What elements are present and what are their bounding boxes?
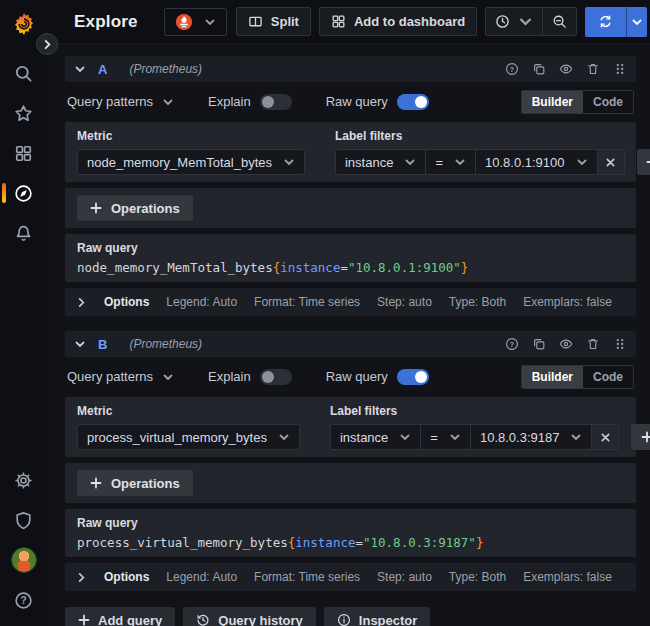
sidebar-item-search[interactable] (0, 53, 47, 93)
sidebar-item-profile[interactable] (0, 540, 47, 580)
duplicate-query-icon[interactable] (532, 337, 546, 351)
operations-button[interactable]: Operations (77, 195, 193, 221)
sidebar: ? (0, 0, 47, 626)
plus-icon (90, 202, 102, 214)
raw-query-label: Raw query (326, 369, 388, 384)
label-filter: instance = 10.8.0.3:9187 (330, 424, 650, 450)
zoom-out-button[interactable] (542, 8, 576, 35)
query-patterns-dropdown[interactable]: Query patterns (67, 94, 174, 109)
filter-value-select[interactable]: 10.8.0.3:9187 (471, 424, 593, 450)
code-metric: node_memory_MemTotal_bytes (77, 260, 273, 275)
chevron-down-icon (278, 431, 290, 443)
filter-key-select[interactable]: instance (335, 149, 426, 175)
explain-toggle-group: Explain (208, 94, 292, 110)
split-button[interactable]: Split (236, 7, 311, 36)
run-query-interval-button[interactable] (626, 7, 647, 37)
add-filter-button[interactable] (631, 424, 650, 450)
query-options-row[interactable]: Options Legend: Auto Format: Time series… (65, 288, 636, 316)
query-builder-rows: Metric process_virtual_memory_bytes Labe… (65, 397, 636, 557)
inspector-label: Inspector (359, 613, 418, 626)
topbar-actions: Split Add to dashboard (236, 7, 647, 37)
options-step: Step: auto (377, 295, 432, 309)
drag-handle-icon[interactable] (613, 62, 627, 76)
prometheus-icon (175, 13, 193, 31)
plus-icon (90, 477, 102, 489)
run-query-button[interactable] (585, 7, 626, 37)
grafana-logo-icon[interactable] (11, 11, 37, 37)
filter-operator-select[interactable]: = (426, 149, 476, 175)
sidebar-item-alerting[interactable] (0, 213, 47, 253)
options-exemplars: Exemplars: false (523, 570, 612, 584)
query-ref-label[interactable]: B (98, 337, 107, 352)
filter-key-select[interactable]: instance (330, 424, 421, 450)
sidebar-item-explore[interactable] (0, 173, 47, 213)
query-options-row[interactable]: Options Legend: Auto Format: Time series… (65, 563, 636, 591)
filter-operator-select[interactable]: = (421, 424, 471, 450)
add-to-dashboard-button[interactable]: Add to dashboard (319, 7, 477, 36)
remove-query-icon[interactable] (586, 62, 600, 76)
datasource-picker[interactable] (164, 8, 227, 36)
star-icon (14, 104, 33, 123)
add-query-button[interactable]: Add query (65, 607, 175, 626)
collapse-icon[interactable] (74, 63, 86, 75)
help-icon: ? (14, 591, 33, 610)
builder-mode-button[interactable]: Builder (522, 366, 583, 388)
time-picker-button[interactable] (486, 8, 542, 35)
code-mode-button[interactable]: Code (583, 91, 633, 113)
chevron-down-icon (162, 371, 174, 383)
raw-query-toggle[interactable] (397, 94, 429, 110)
operations-button[interactable]: Operations (77, 470, 193, 496)
options-title[interactable]: Options (104, 570, 149, 584)
chevron-down-icon (204, 16, 216, 28)
metric-field-label: Metric (77, 129, 305, 143)
duplicate-query-icon[interactable] (532, 62, 546, 76)
remove-query-icon[interactable] (586, 337, 600, 351)
info-icon (337, 613, 351, 626)
sidebar-item-starred[interactable] (0, 93, 47, 133)
sidebar-item-dashboards[interactable] (0, 133, 47, 173)
sidebar-item-settings[interactable] (0, 460, 47, 500)
inspector-button[interactable]: Inspector (324, 607, 431, 626)
close-icon (605, 157, 616, 168)
options-format: Format: Time series (254, 570, 360, 584)
metric-select[interactable]: node_memory_MemTotal_bytes (77, 149, 305, 175)
remove-filter-button[interactable] (598, 149, 625, 175)
options-type: Type: Both (449, 570, 506, 584)
code-close-brace: } (476, 535, 484, 550)
query-history-button[interactable]: Query history (183, 607, 316, 626)
query-header: A (Prometheus) ? (65, 56, 636, 82)
sidebar-item-admin[interactable] (0, 500, 47, 540)
remove-filter-button[interactable] (592, 424, 619, 450)
explain-toggle[interactable] (260, 369, 292, 385)
query-datasource-hint: (Prometheus) (129, 337, 202, 351)
label-filters-label: Label filters (330, 404, 650, 418)
options-title[interactable]: Options (104, 295, 149, 309)
add-filter-button[interactable] (637, 149, 650, 175)
raw-query-toggle[interactable] (397, 369, 429, 385)
sidebar-item-help[interactable]: ? (0, 580, 47, 620)
sidebar-expand-button[interactable] (36, 33, 58, 55)
split-label: Split (271, 14, 299, 29)
hide-query-icon[interactable] (559, 62, 573, 76)
hide-query-icon[interactable] (559, 337, 573, 351)
query-help-icon[interactable]: ? (505, 337, 519, 351)
filter-value-select[interactable]: 10.8.0.1:9100 (476, 149, 598, 175)
builder-mode-button[interactable]: Builder (522, 91, 583, 113)
raw-query-expression: process_virtual_memory_bytes{instance="1… (77, 535, 624, 550)
query-help-icon[interactable]: ? (505, 62, 519, 76)
metric-select[interactable]: process_virtual_memory_bytes (77, 424, 300, 450)
code-mode-button[interactable]: Code (583, 366, 633, 388)
collapse-icon[interactable] (74, 338, 86, 350)
explain-toggle[interactable] (260, 94, 292, 110)
query-ref-label[interactable]: A (98, 62, 107, 77)
label-filters-field: Label filters instance = (330, 404, 650, 450)
chevron-down-icon (162, 96, 174, 108)
metric-field: Metric node_memory_MemTotal_bytes (77, 129, 305, 175)
operations-row: Operations (65, 463, 636, 503)
query-toolbar: Query patterns Explain Raw query Builder… (65, 89, 636, 114)
drag-handle-icon[interactable] (613, 337, 627, 351)
editor-mode-switcher: Builder Code (521, 365, 634, 389)
code-label-value: "10.8.0.1:9100" (348, 260, 461, 275)
metric-value: process_virtual_memory_bytes (87, 430, 267, 445)
query-patterns-dropdown[interactable]: Query patterns (67, 369, 174, 384)
